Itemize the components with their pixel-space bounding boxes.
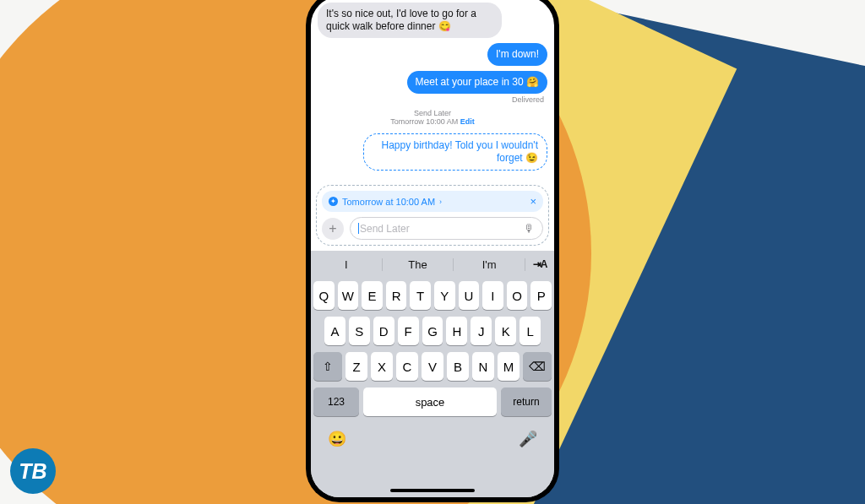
suggestion-bar: I The I'm ⇥A <box>311 251 554 278</box>
key-x[interactable]: X <box>371 352 393 381</box>
numbers-key[interactable]: 123 <box>313 387 359 416</box>
outgoing-message[interactable]: Meet at your place in 30 🤗 <box>407 71 547 94</box>
key-a[interactable]: A <box>324 317 345 345</box>
key-n[interactable]: N <box>472 352 494 381</box>
key-q[interactable]: Q <box>313 281 335 310</box>
tb-logo: TB <box>10 448 56 494</box>
input-placeholder: Send Later <box>360 223 410 235</box>
iphone-frame: It's so nice out, I'd love to go for a q… <box>306 0 559 502</box>
message-input[interactable]: Send Later 🎙 <box>350 217 543 240</box>
key-k[interactable]: K <box>495 317 516 345</box>
key-o[interactable]: O <box>507 281 528 310</box>
shift-key[interactable]: ⇧ <box>313 352 342 381</box>
key-r[interactable]: R <box>386 281 407 310</box>
key-b[interactable]: B <box>447 352 469 381</box>
suggestion[interactable]: I <box>311 258 383 271</box>
key-m[interactable]: M <box>498 352 520 381</box>
autocorrect-icon[interactable]: ⇥A <box>525 258 554 270</box>
key-u[interactable]: U <box>459 281 480 310</box>
compose-container: ✦ Tomorrow at 10:00 AM › × + Send Later … <box>316 185 549 246</box>
space-key[interactable]: space <box>363 387 497 416</box>
key-p[interactable]: P <box>530 281 552 310</box>
key-row-3: ⇧ Z X C V B N M ⌫ <box>311 349 554 384</box>
key-l[interactable]: L <box>520 317 541 345</box>
emoji-keyboard-button[interactable]: 😀 <box>328 430 346 448</box>
outgoing-message[interactable]: I'm down! <box>487 43 547 66</box>
key-row-4: 123 space return <box>311 384 554 420</box>
key-f[interactable]: F <box>398 317 419 345</box>
clear-schedule-button[interactable]: × <box>530 195 536 208</box>
schedule-pill[interactable]: ✦ Tomorrow at 10:00 AM › × <box>322 191 543 212</box>
key-v[interactable]: V <box>422 352 443 381</box>
delivered-status: Delivered <box>318 95 547 104</box>
dictation-button[interactable]: 🎤 <box>519 430 537 448</box>
key-row-1: Q W E R T Y U I O P <box>311 278 554 313</box>
key-t[interactable]: T <box>410 281 431 310</box>
home-indicator[interactable] <box>390 489 475 492</box>
send-later-time: Tomorrow 10:00 AM Edit <box>318 117 547 126</box>
edit-schedule-link[interactable]: Edit <box>460 117 475 126</box>
key-h[interactable]: H <box>446 317 467 345</box>
return-key[interactable]: return <box>501 387 552 416</box>
key-c[interactable]: C <box>396 352 418 381</box>
key-d[interactable]: D <box>373 317 394 345</box>
key-w[interactable]: W <box>338 281 359 310</box>
keyboard-bottom-bar: 😀 🎤 <box>311 420 554 453</box>
ios-keyboard: I The I'm ⇥A Q W E R T Y U I O P A S D <box>311 251 554 497</box>
key-row-2: A S D F G H J K L <box>311 313 554 349</box>
incoming-message[interactable]: It's so nice out, I'd love to go for a q… <box>318 3 502 38</box>
key-e[interactable]: E <box>362 281 383 310</box>
chat-area: It's so nice out, I'd love to go for a q… <box>311 0 554 178</box>
send-later-header: Send Later <box>318 109 547 117</box>
phone-screen: It's so nice out, I'd love to go for a q… <box>311 0 554 497</box>
suggestion[interactable]: The <box>383 258 454 271</box>
key-y[interactable]: Y <box>434 281 455 310</box>
dictation-icon[interactable]: 🎙 <box>524 222 535 235</box>
chevron-right-icon: › <box>439 198 442 206</box>
schedule-label: Tomorrow at 10:00 AM <box>342 197 435 207</box>
key-s[interactable]: S <box>349 317 370 345</box>
suggestion[interactable]: I'm <box>454 258 525 271</box>
scheduled-message[interactable]: Happy birthday! Told you I wouldn't forg… <box>363 133 547 171</box>
clock-icon: ✦ <box>329 197 338 206</box>
key-z[interactable]: Z <box>345 352 367 381</box>
key-g[interactable]: G <box>422 317 443 345</box>
add-attachment-button[interactable]: + <box>322 218 344 240</box>
key-i[interactable]: I <box>482 281 503 310</box>
key-j[interactable]: J <box>471 317 492 345</box>
text-cursor <box>358 223 359 234</box>
backspace-key[interactable]: ⌫ <box>523 352 552 381</box>
